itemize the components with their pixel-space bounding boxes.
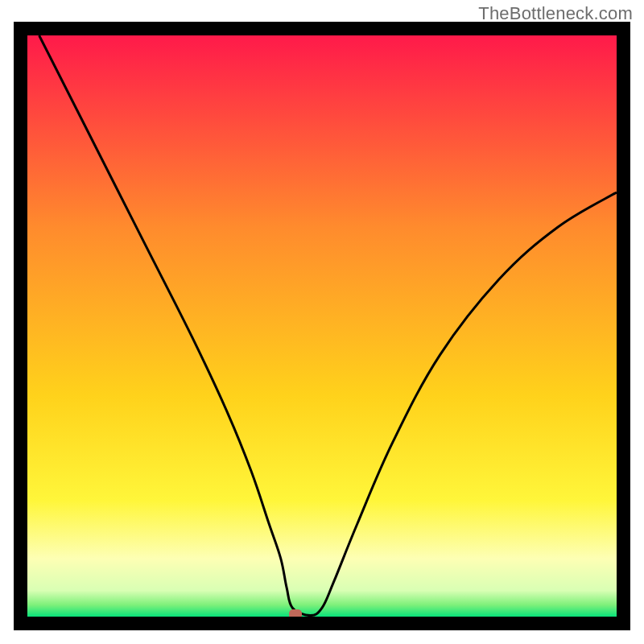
plot-area bbox=[27, 35, 617, 617]
chart-container: TheBottleneck.com bbox=[0, 0, 644, 644]
curve-svg bbox=[27, 35, 617, 617]
bottleneck-curve bbox=[39, 35, 617, 616]
optimal-point-marker bbox=[289, 609, 302, 617]
watermark-text: TheBottleneck.com bbox=[478, 3, 633, 24]
